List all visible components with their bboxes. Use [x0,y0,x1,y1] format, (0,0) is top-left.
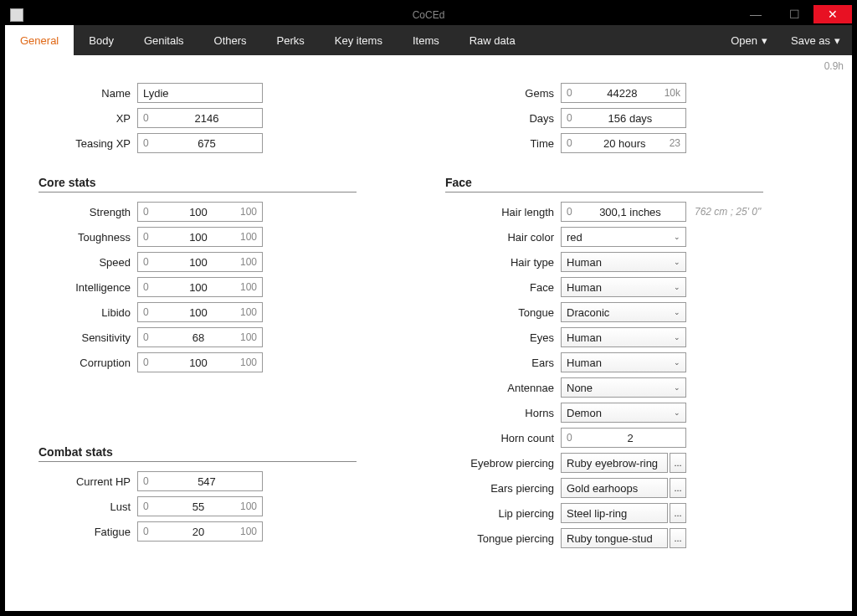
maximize-button[interactable]: ☐ [775,5,813,23]
lip-piercing-label: Lip piercing [445,507,561,520]
lip-piercing-more-button[interactable]: ... [670,503,686,523]
saveas-label: Save as [791,34,830,47]
toughness-label: Toughness [38,231,137,244]
app-window: CoCEd — ☐ ✕ GeneralBodyGenitalsOthersPer… [0,0,857,616]
lust-input[interactable]: 055100 [137,496,263,516]
tab-general[interactable]: General [5,25,74,55]
chevron-down-icon: ⌄ [674,258,680,266]
saveas-menu[interactable]: Save as ▾ [779,25,852,55]
chevron-down-icon: ⌄ [674,308,680,316]
strength-input[interactable]: 0100100 [137,202,263,222]
hairlength-input[interactable]: 0 300,1 inches [561,202,686,222]
open-menu[interactable]: Open ▾ [719,25,779,55]
horncount-label: Horn count [445,432,561,444]
antennae-select[interactable]: None⌄ [561,377,686,398]
ears-select[interactable]: Human⌄ [561,352,686,372]
tongue-piercing-select[interactable]: Ruby tongue-stud [561,528,668,548]
window-title: CoCEd [413,9,445,21]
tongue-piercing-more-button[interactable]: ... [670,528,686,548]
eyebrow-piercing-more-button[interactable]: ... [670,453,686,473]
corruption-label: Corruption [38,357,137,369]
tab-key-items[interactable]: Key items [320,25,398,55]
haircolor-label: Hair color [445,231,561,244]
gems-input[interactable]: 0 44228 10k [561,83,686,103]
tab-others[interactable]: Others [199,25,262,55]
face-title: Face [445,176,763,192]
horncount-input[interactable]: 0 2 [561,428,686,448]
fatigue-label: Fatigue [38,526,137,538]
lust-label: Lust [38,501,137,513]
ears-piercing-select[interactable]: Gold earhoops [561,478,668,498]
intelligence-input[interactable]: 0100100 [137,277,263,297]
speed-input[interactable]: 0100100 [137,252,263,272]
tab-perks[interactable]: Perks [262,25,320,55]
hair-type-select[interactable]: Human⌄ [561,252,686,272]
name-input[interactable]: Lydie [137,83,263,103]
horns-label: Horns [445,407,561,419]
horns-select[interactable]: Demon⌄ [561,403,686,423]
haircolor-select[interactable]: red ⌄ [561,227,686,247]
speed-label: Speed [38,256,137,269]
chevron-down-icon: ▾ [762,34,767,47]
eyes-select[interactable]: Human⌄ [561,327,686,347]
intelligence-label: Intelligence [38,281,137,294]
hairlength-label: Hair length [445,206,561,218]
tab-items[interactable]: Items [398,25,454,55]
sensitivity-label: Sensitivity [38,331,137,344]
days-input[interactable]: 0 156 days [561,108,686,128]
eyes-label: Eyes [445,331,561,344]
libido-label: Libido [38,306,137,319]
chevron-down-icon: ⌄ [674,358,680,367]
fatigue-input[interactable]: 020100 [137,521,263,542]
eyebrow-piercing-label: Eyebrow piercing [445,457,561,470]
xp-label: XP [38,112,137,125]
tongue-label: Tongue [445,306,561,319]
gems-label: Gems [445,87,561,100]
open-label: Open [731,34,757,47]
content-area: 0.9h Name Lydie XP 0 2146 [5,55,852,611]
window-buttons: — ☐ ✕ [736,5,852,23]
time-label: Time [445,137,561,150]
chevron-down-icon: ⌄ [674,283,680,291]
core-stats-title: Core stats [38,176,357,192]
corruption-input[interactable]: 0100100 [137,352,263,372]
chevron-down-icon: ⌄ [674,233,680,241]
left-column: Name Lydie XP 0 2146 Te [38,80,412,551]
teasingxp-input[interactable]: 0 675 [137,133,263,153]
titlebar: CoCEd — ☐ ✕ [5,5,852,25]
xp-input[interactable]: 0 2146 [137,108,263,128]
minimize-button[interactable]: — [736,5,775,23]
face-label: Face [445,281,561,294]
days-label: Days [445,112,561,125]
face-select[interactable]: Human⌄ [561,277,686,297]
name-label: Name [38,87,137,100]
chevron-down-icon: ▾ [834,34,840,47]
tab-raw-data[interactable]: Raw data [454,25,531,55]
version-label: 0.9h [824,60,844,72]
chevron-down-icon: ⌄ [674,383,680,392]
tab-genitals[interactable]: Genitals [129,25,199,55]
time-input[interactable]: 0 20 hours 23 [561,133,686,153]
sensitivity-input[interactable]: 068100 [137,327,263,347]
ears-label: Ears [445,357,561,369]
combat-stats-title: Combat stats [38,445,357,462]
app-icon [10,8,23,22]
lip-piercing-select[interactable]: Steel lip-ring [561,503,668,523]
eyebrow-piercing-select[interactable]: Ruby eyebrow-ring [561,453,668,473]
current-hp-label: Current HP [38,475,137,488]
strength-label: Strength [38,206,137,218]
antennae-label: Antennae [445,382,561,394]
libido-input[interactable]: 0100100 [137,302,263,322]
tongue-select[interactable]: Draconic⌄ [561,302,686,322]
tab-body[interactable]: Body [74,25,129,55]
ears-piercing-more-button[interactable]: ... [670,478,686,498]
hair-type-label: Hair type [445,256,561,269]
close-button[interactable]: ✕ [813,5,852,23]
toughness-input[interactable]: 0100100 [137,227,263,247]
tabstrip: GeneralBodyGenitalsOthersPerksKey itemsI… [5,25,852,55]
current-hp-input[interactable]: 0547 [137,471,263,491]
ears-piercing-label: Ears piercing [445,482,561,495]
chevron-down-icon: ⌄ [674,408,680,417]
right-column: Gems 0 44228 10k Days 0 156 days [445,80,819,551]
hairlength-hint: 762 cm ; 25' 0" [695,206,761,218]
